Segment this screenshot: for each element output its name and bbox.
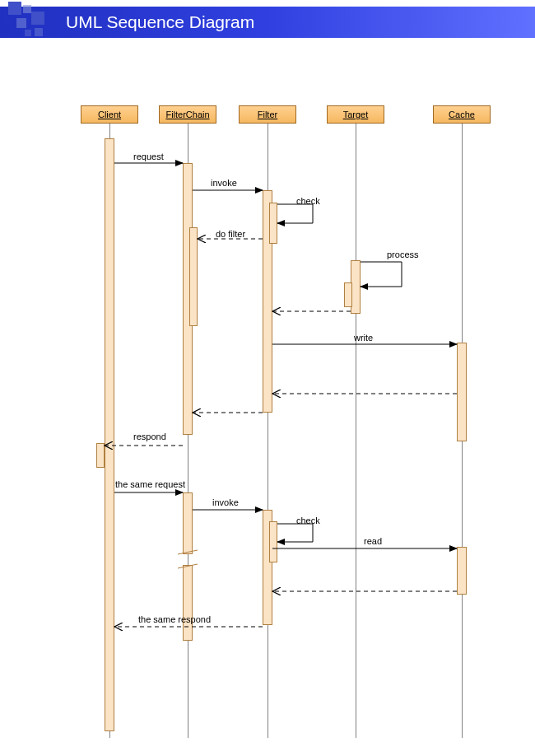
activation-cache-2	[457, 547, 467, 595]
page-title: UML Sequence Diagram	[66, 12, 254, 31]
msg-read: read	[364, 536, 382, 546]
msg-check-1: check	[296, 196, 320, 206]
msg-same-respond: the same respond	[138, 614, 211, 624]
msg-same-request: the same request	[115, 479, 185, 489]
sequence-diagram-canvas: Client FilterChain Filter Target Cache r…	[0, 38, 535, 746]
msg-invoke-1: invoke	[211, 178, 237, 188]
activation-filter-nested-2	[269, 521, 277, 562]
lifeline-target	[356, 124, 356, 738]
participant-cache: Cache	[433, 105, 491, 124]
activation-client-nested	[96, 443, 105, 468]
activation-cache-1	[457, 343, 467, 441]
activation-client	[105, 138, 114, 731]
activation-filterchain-2b	[183, 565, 193, 641]
participant-client: Client	[81, 105, 138, 124]
participant-filterchain: FilterChain	[159, 105, 216, 124]
activation-filterchain-2a	[183, 492, 193, 554]
msg-invoke-2: invoke	[212, 497, 239, 507]
msg-process: process	[387, 250, 419, 259]
msg-check-2: check	[296, 516, 320, 525]
page-header: UML Sequence Diagram	[0, 7, 535, 38]
activation-filter-nested-1	[269, 203, 277, 244]
msg-dofilter: do filter	[216, 229, 245, 239]
msg-write: write	[354, 333, 373, 343]
participant-target: Target	[327, 105, 384, 124]
msg-respond: respond	[133, 432, 166, 441]
participant-filter: Filter	[239, 105, 296, 124]
header-logo-squares	[8, 2, 58, 43]
activation-filterchain-nested	[189, 227, 198, 326]
msg-request: request	[133, 152, 164, 161]
activation-target-nested	[344, 282, 352, 307]
